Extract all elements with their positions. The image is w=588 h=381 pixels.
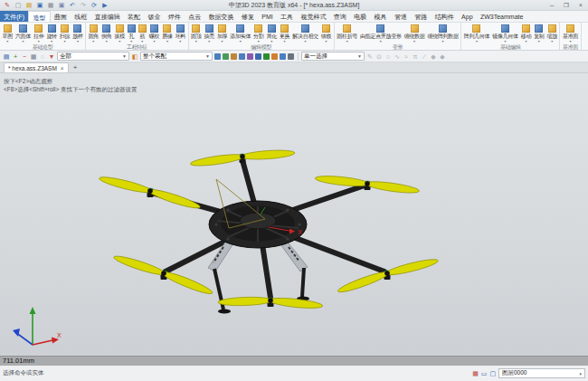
line-icon[interactable]: ∕ xyxy=(420,52,429,62)
pick-point-icon[interactable] xyxy=(247,53,253,60)
ribbon-button[interactable]: 扫掠▾ xyxy=(58,24,71,43)
save-icon[interactable]: ▣ xyxy=(35,1,44,10)
ribbon-tab-19[interactable]: 结构件 xyxy=(432,11,458,22)
remove-icon[interactable]: − xyxy=(20,52,29,62)
ribbon-tab-18[interactable]: 管路 xyxy=(411,11,431,22)
ribbon-tab-14[interactable]: 查询 xyxy=(330,11,350,22)
ribbon-button[interactable]: 添加实体▾ xyxy=(229,24,252,43)
ribbon-button[interactable]: 螺纹▾ xyxy=(147,24,160,43)
ribbon-button[interactable]: 孔▾ xyxy=(126,24,137,43)
ribbon-button[interactable]: 镜像几何体▾ xyxy=(491,24,520,43)
list-blue-icon[interactable] xyxy=(255,53,261,60)
ribbon-button[interactable]: 圆角▾ xyxy=(87,24,100,43)
scope-dropdown[interactable]: 整个装配▼ xyxy=(140,52,213,61)
pick-shape-icon[interactable] xyxy=(214,53,221,60)
ribbon-tab-4[interactable]: 直接编辑 xyxy=(90,11,123,22)
hand2-icon[interactable]: ◆ xyxy=(438,52,447,62)
close-tab-icon[interactable]: × xyxy=(61,65,64,71)
ribbon-button[interactable]: 抽壳▾ xyxy=(203,24,215,43)
pick-mode-dropdown[interactable]: 单一选择▼ xyxy=(301,52,365,61)
add-icon[interactable]: + xyxy=(11,52,20,62)
ribbon-tab-21[interactable]: ZW3Teammate xyxy=(477,11,527,22)
ribbon-tab-2[interactable]: 曲面 xyxy=(51,11,71,22)
ribbon-button[interactable]: 缠绕数据▾ xyxy=(403,24,426,43)
new-file-icon[interactable]: ▢ xyxy=(14,1,23,10)
hexacopter-model[interactable]: X X xyxy=(0,73,588,356)
new-tab-button[interactable]: + xyxy=(69,62,82,72)
ribbon-button[interactable]: 分割▾ xyxy=(252,24,265,43)
ribbon-button[interactable]: 加厚▾ xyxy=(215,24,228,43)
ribbon-tab-9[interactable]: 数据交换 xyxy=(204,11,237,22)
ribbon-tab-12[interactable]: 工具 xyxy=(277,11,297,22)
ribbon-button[interactable]: 坯料▾ xyxy=(174,24,186,43)
entity-filter-dropdown[interactable]: 全部▼ xyxy=(57,52,129,61)
ribbon-button[interactable]: 解决自相交▾ xyxy=(291,24,320,43)
viewport-3d[interactable]: 按下<F2>动态观察<F8>选择<Shift+roll> 查找下一个有效的过滤器… xyxy=(0,73,588,356)
list-green-icon[interactable] xyxy=(263,53,270,60)
target-icon[interactable] xyxy=(288,53,294,60)
save-all-icon[interactable]: ▣ xyxy=(57,1,66,10)
document-icon[interactable]: ▢ xyxy=(489,369,496,378)
spline-icon[interactable]: ∿ xyxy=(393,52,402,62)
ribbon-button[interactable]: 放样▾ xyxy=(71,24,84,43)
open-folder-icon[interactable]: ▤ xyxy=(24,1,33,10)
ribbon-button[interactable]: 移动▾ xyxy=(519,24,532,43)
play-icon[interactable]: ▶ xyxy=(100,1,109,10)
ribbon-tab-8[interactable]: 点云 xyxy=(185,11,204,22)
ribbon-tab-6[interactable]: 钣金 xyxy=(144,11,164,22)
ribbon-tab-13[interactable]: 视觉样式 xyxy=(297,11,329,22)
manager-panel-icon[interactable]: ▤ xyxy=(2,52,11,62)
ribbon-button[interactable]: 圆柱折弯▾ xyxy=(336,24,359,43)
ribbon-button[interactable]: 草图▾ xyxy=(1,24,14,43)
ribbon-button[interactable]: 拉伸▾ xyxy=(33,24,45,43)
undo-icon[interactable]: ↶ xyxy=(68,1,77,10)
ribbon-button[interactable]: 阵列几何体▾ xyxy=(462,24,491,43)
app-logo-icon[interactable]: ✎ xyxy=(3,1,12,10)
ribbon-button[interactable]: 唇缘▾ xyxy=(161,24,174,43)
document-tab-active[interactable]: * hexa.ass.Z3ASM × xyxy=(4,62,69,72)
curve-icon[interactable]: ≈ xyxy=(402,52,411,62)
redo-icon[interactable]: ↷ xyxy=(79,1,88,10)
circle-dot-icon[interactable]: ⊙ xyxy=(375,52,384,62)
ribbon-tab-10[interactable]: 修复 xyxy=(238,11,258,22)
ribbon-button[interactable]: 简化▾ xyxy=(265,24,278,43)
minimize-button[interactable]: ─ xyxy=(545,0,559,10)
ribbon-tab-15[interactable]: 电极 xyxy=(350,11,370,22)
calculator-icon[interactable]: ▦ xyxy=(472,369,479,378)
ribbon-button[interactable]: 拔模▾ xyxy=(113,24,126,43)
pi-icon[interactable]: π xyxy=(411,52,420,62)
ribbon-button[interactable]: 缠绕阵列数据▾ xyxy=(426,24,460,43)
maximize-button[interactable]: ❐ xyxy=(559,0,574,10)
ribbon-button[interactable]: 倒角▾ xyxy=(100,24,113,43)
ribbon-tab-17[interactable]: 管道 xyxy=(391,11,411,22)
ribbon-button[interactable]: 旋转▾ xyxy=(45,24,58,43)
circle-icon[interactable]: ○ xyxy=(384,52,393,62)
ribbon-tab-1[interactable]: 造型 xyxy=(28,11,50,22)
ribbon-tab-20[interactable]: App xyxy=(458,11,477,22)
hand-icon[interactable]: ◆ xyxy=(429,52,438,62)
ribbon-tab-11[interactable]: PMI xyxy=(258,11,277,22)
pencil-icon[interactable]: ✎ xyxy=(365,52,375,62)
print-icon[interactable]: ▦ xyxy=(46,1,55,10)
pick-face-icon[interactable] xyxy=(223,53,229,60)
pick-curve-icon[interactable] xyxy=(239,53,245,60)
list-orange-icon[interactable] xyxy=(271,53,278,60)
ribbon-tab-5[interactable]: 装配 xyxy=(124,11,144,22)
monitor-icon[interactable]: ▭ xyxy=(481,369,488,378)
refresh-icon[interactable]: ⟳ xyxy=(90,1,99,10)
ribbon-button[interactable]: 六面体▾ xyxy=(14,24,32,43)
ribbon-button[interactable]: 圆顶▾ xyxy=(190,24,203,43)
ribbon-tab-3[interactable]: 线框 xyxy=(71,11,90,22)
filter-funnel-icon[interactable]: ▼ xyxy=(47,52,56,62)
ribbon-tab-0[interactable]: 文件(F) xyxy=(0,11,28,22)
ribbon-button[interactable]: 复制▾ xyxy=(533,24,545,43)
pick-edge-icon[interactable] xyxy=(231,53,237,60)
ribbon-tab-7[interactable]: 焊件 xyxy=(165,11,185,22)
ribbon-button[interactable]: 由指定点开放变形▾ xyxy=(359,24,403,43)
grid-table-icon[interactable]: ▦ xyxy=(29,52,38,62)
ribbon-button[interactable]: 更换▾ xyxy=(278,24,290,43)
assembly-scope-icon[interactable]: ◧ xyxy=(130,52,139,62)
close-button[interactable]: × xyxy=(574,0,588,10)
ribbon-tab-16[interactable]: 模具 xyxy=(370,11,390,22)
layer-dropdown[interactable]: 图层0000 ▾ xyxy=(498,368,585,378)
